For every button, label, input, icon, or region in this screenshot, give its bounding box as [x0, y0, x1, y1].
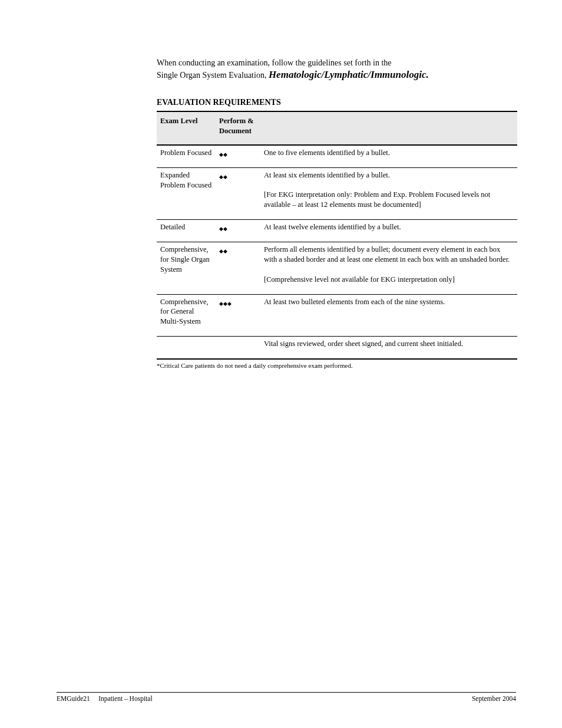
cell-exam-level	[157, 337, 216, 359]
diamond-icon: ◆◆	[219, 174, 227, 180]
table-row: Comprehensive, for Single Organ System◆◆…	[157, 242, 517, 295]
table-row: Vital signs reviewed, order sheet signed…	[157, 337, 517, 359]
table-title: EVALUATION REQUIREMENTS	[157, 98, 516, 107]
table-row: Comprehensive, for General Multi-System◆…	[157, 294, 517, 337]
intro-line1: When conducting an examination, follow t…	[157, 57, 516, 69]
cell-exam-level: Comprehensive, for Single Organ System	[157, 242, 216, 295]
footer-label: Inpatient – Hospital	[98, 695, 152, 702]
cell-requirement: One to five elements identified by a bul…	[260, 145, 517, 167]
intro-line2b: Hematologic/Lymphatic/Immunologic.	[269, 69, 429, 80]
diamond-icon: ◆◆◆	[219, 301, 232, 307]
table-row: Expanded Problem Focused◆◆At least six e…	[157, 167, 517, 220]
cell-diamonds: ◆◆	[216, 145, 260, 167]
col-header-req	[260, 111, 517, 145]
cell-diamonds: ◆◆	[216, 220, 260, 242]
table-row: Detailed◆◆At least twelve elements ident…	[157, 220, 517, 242]
cell-requirement: Perform all elements identified by a bul…	[260, 242, 517, 295]
evaluation-table: Exam Level Perform & Document Problem Fo…	[157, 111, 517, 360]
diamond-icon: ◆◆	[219, 249, 227, 254]
intro-block: When conducting an examination, follow t…	[157, 57, 516, 81]
table-row: Problem Focused◆◆One to five elements id…	[157, 145, 517, 167]
footnote: *Critical Care patients do not need a da…	[157, 362, 516, 369]
cell-exam-level: Detailed	[157, 220, 216, 242]
cell-diamonds: ◆◆	[216, 167, 260, 220]
col-header-exam-level: Exam Level	[157, 111, 216, 145]
table-body: Problem Focused◆◆One to five elements id…	[157, 145, 517, 359]
cell-requirement: Vital signs reviewed, order sheet signed…	[260, 337, 517, 359]
cell-requirement: At least twelve elements identified by a…	[260, 220, 517, 242]
cell-requirement: At least six elements identified by a bu…	[260, 167, 517, 220]
cell-exam-level: Expanded Problem Focused	[157, 167, 216, 220]
footer-rule	[57, 692, 516, 693]
cell-diamonds: ◆◆◆	[216, 294, 260, 337]
cell-exam-level: Problem Focused	[157, 145, 216, 167]
footer-code: EMGuide21	[57, 695, 90, 702]
cell-diamonds: ◆◆	[216, 242, 260, 295]
diamond-icon: ◆◆	[219, 226, 227, 232]
page-footer: EMGuide21 Inpatient – Hospital September…	[57, 692, 516, 702]
footer-date: September 2004	[472, 695, 516, 702]
col-header-perform: Perform & Document	[216, 111, 260, 145]
cell-exam-level: Comprehensive, for General Multi-System	[157, 294, 216, 337]
diamond-icon: ◆◆	[219, 152, 227, 157]
cell-requirement: At least two bulleted elements from each…	[260, 294, 517, 337]
cell-diamonds	[216, 337, 260, 359]
intro-line2a: Single Organ System Evaluation,	[157, 71, 269, 80]
